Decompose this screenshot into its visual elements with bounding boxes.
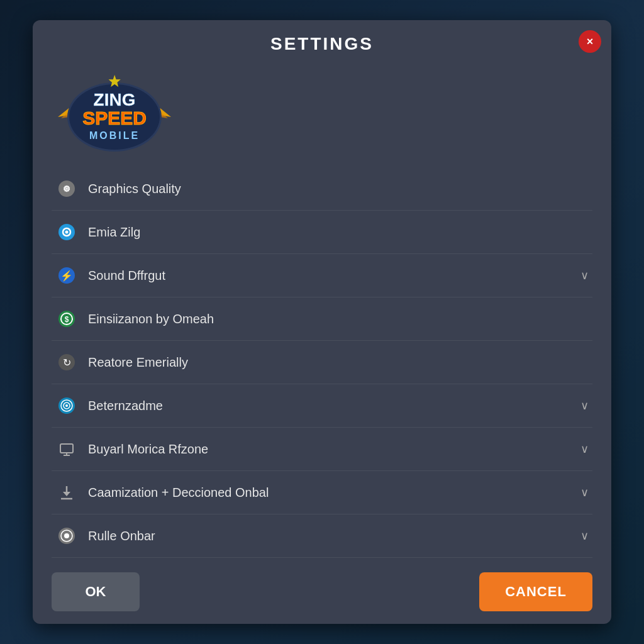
rulle-onbar-chevron-icon: ∨ — [580, 529, 589, 543]
settings-item-einsiizanon[interactable]: $Einsiizanon by Omeah — [52, 297, 592, 341]
beternzadme-chevron-icon: ∨ — [580, 399, 589, 413]
rulle-onbar-icon — [55, 525, 78, 547]
logo-area: ZING SPEED MOBILE — [52, 67, 592, 167]
sound-dffrgut-chevron-icon: ∨ — [580, 269, 589, 282]
svg-text:⚙: ⚙ — [63, 184, 71, 194]
settings-item-graphics-quality[interactable]: ⚙Graphics Quality — [52, 167, 592, 211]
einsiizanon-label: Einsiizanon by Omeah — [88, 312, 589, 326]
caamization-icon — [55, 481, 78, 504]
settings-item-rulle-onbar[interactable]: Rulle Onbar∨ — [52, 514, 592, 558]
sound-dffrgut-label: Sound Dffrgut — [88, 269, 580, 283]
reatore-emerially-icon: ↻ — [55, 351, 78, 374]
settings-item-caamization[interactable]: Caamization + Deccioned Onbal∨ — [52, 471, 592, 514]
settings-item-reatore-emerially[interactable]: ↻Reatore Emerially — [52, 341, 592, 384]
settings-list: ⚙Graphics QualityEmia Zilg⚡Sound Dffrgut… — [52, 167, 592, 560]
sound-dffrgut-icon: ⚡ — [55, 264, 78, 287]
settings-item-beternzadme[interactable]: Beternzadme∨ — [52, 384, 592, 428]
svg-point-26 — [65, 404, 68, 407]
svg-text:↻: ↻ — [63, 357, 71, 368]
settings-item-emia-zilg[interactable]: Emia Zilg — [52, 211, 592, 254]
einsiizanon-icon: $ — [55, 308, 78, 330]
svg-marker-31 — [63, 492, 70, 496]
svg-text:SPEED: SPEED — [82, 108, 147, 128]
svg-text:⚡: ⚡ — [60, 270, 73, 282]
buyarl-morica-icon — [55, 438, 78, 460]
logo-container: ZING SPEED MOBILE — [52, 73, 177, 155]
caamization-label: Caamization + Deccioned Onbal — [88, 486, 580, 500]
rulle-onbar-label: Rulle Onbar — [88, 529, 580, 543]
svg-point-35 — [64, 533, 69, 538]
ok-button[interactable]: OK — [52, 572, 140, 611]
buyarl-morica-chevron-icon: ∨ — [580, 442, 589, 456]
svg-rect-27 — [60, 444, 73, 453]
modal-overlay: SETTINGS × — [0, 0, 644, 644]
caamization-chevron-icon: ∨ — [580, 486, 589, 499]
modal-body: ZING SPEED MOBILE ⚙Graphics QualityEmia … — [33, 60, 611, 560]
settings-item-buyarl-morica[interactable]: Buyarl Morica Rfzone∨ — [52, 428, 592, 471]
graphics-quality-label: Graphics Quality — [88, 182, 589, 196]
settings-item-oniey-opbele[interactable]: ⚙Oniey Opbele∨ — [52, 558, 592, 560]
modal-title: SETTINGS — [270, 34, 374, 53]
modal-footer: OK CANCEL — [33, 560, 611, 624]
emia-zilg-label: Emia Zilg — [88, 225, 589, 240]
settings-modal: SETTINGS × — [33, 20, 611, 624]
zing-speed-logo: ZING SPEED MOBILE — [52, 73, 177, 155]
cancel-button[interactable]: CANCEL — [479, 572, 592, 611]
svg-text:$: $ — [65, 315, 69, 324]
svg-text:MOBILE: MOBILE — [89, 130, 140, 141]
close-button[interactable]: × — [579, 30, 601, 53]
beternzadme-icon — [55, 394, 78, 417]
reatore-emerially-label: Reatore Emerially — [88, 355, 589, 370]
buyarl-morica-label: Buyarl Morica Rfzone — [88, 442, 580, 457]
settings-item-sound-dffrgut[interactable]: ⚡Sound Dffrgut∨ — [52, 254, 592, 297]
modal-header: SETTINGS × — [33, 20, 611, 60]
svg-point-15 — [65, 231, 69, 234]
beternzadme-label: Beternzadme — [88, 399, 580, 413]
svg-text:ZING: ZING — [94, 90, 136, 109]
graphics-quality-icon: ⚙ — [55, 177, 78, 200]
emia-zilg-icon — [55, 221, 78, 243]
